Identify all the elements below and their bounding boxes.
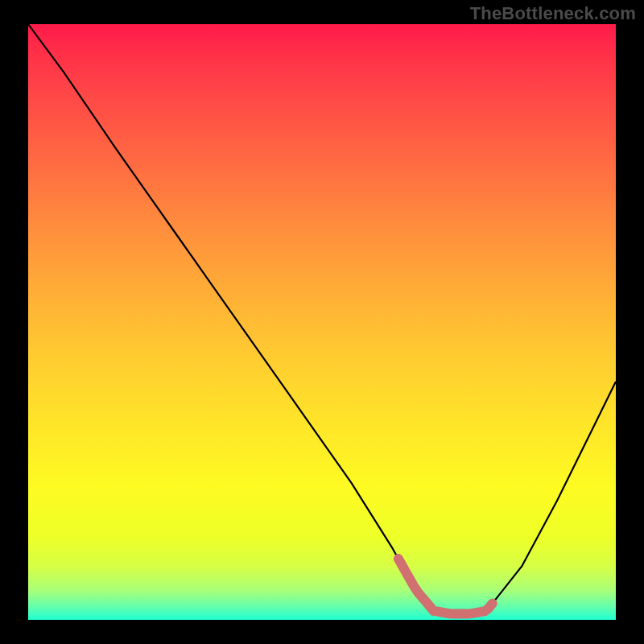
plot-area (28, 24, 616, 620)
bottleneck-curve-svg (28, 24, 616, 620)
highlight-segment (398, 559, 493, 614)
watermark-text: TheBottleneck.com (470, 3, 636, 24)
bottleneck-curve-line (28, 24, 616, 614)
